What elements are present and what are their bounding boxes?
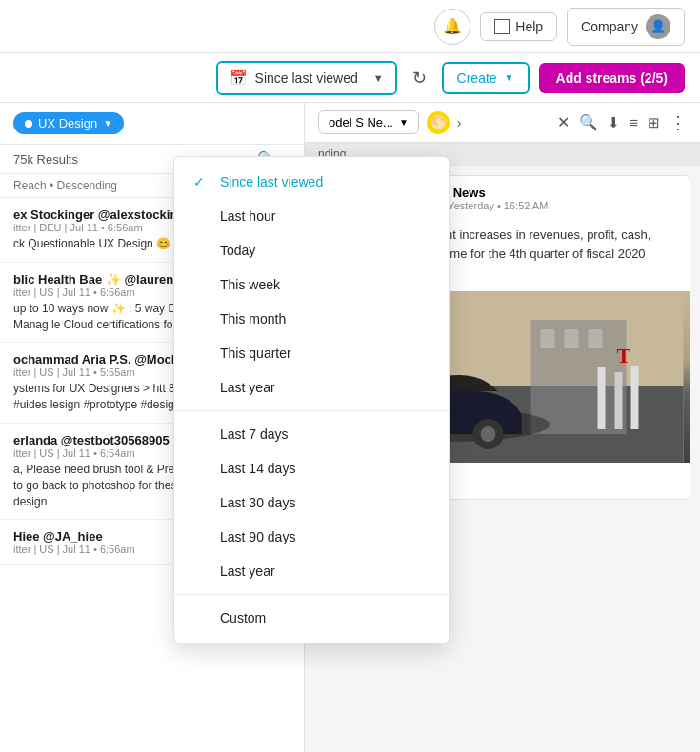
sort-label: Reach • Descending xyxy=(13,179,117,192)
dropdown-item-last-90-days[interactable]: Last 90 days xyxy=(174,520,449,554)
square-icon xyxy=(494,19,510,34)
time-filter-dropdown: ✓ Since last viewed Last hour Today This… xyxy=(173,156,450,643)
create-chevron-icon: ▼ xyxy=(505,72,514,83)
stream-name-chevron: ▼ xyxy=(399,117,409,128)
chevron-down-icon: ▼ xyxy=(373,72,384,84)
dropdown-item-label: Last year xyxy=(220,564,275,579)
dropdown-item-label: Today xyxy=(220,243,255,258)
bell-button[interactable]: 🔔 xyxy=(434,9,470,45)
right-expand-icon[interactable]: › xyxy=(457,115,462,130)
svg-rect-5 xyxy=(589,329,603,348)
help-button[interactable]: Help xyxy=(480,12,557,41)
stream-tag-chevron: ▼ xyxy=(103,118,112,129)
dropdown-divider-2 xyxy=(174,594,449,595)
dropdown-item-last-14-days[interactable]: Last 14 days xyxy=(174,451,449,485)
dropdown-item-label: Last year xyxy=(220,380,275,395)
more-icon[interactable]: ⋮ xyxy=(670,112,687,133)
close-icon[interactable]: ✕ xyxy=(557,113,570,131)
right-header-icons: ✕ 🔍 ⬇ ≡ ⊞ ⋮ xyxy=(557,112,687,133)
refresh-button[interactable]: ↻ xyxy=(407,62,432,94)
content-area: UX Design ▼ 75k Results 🔍 ⫶ Reach • Desc… xyxy=(0,103,700,752)
results-count: 75k Results xyxy=(13,152,78,167)
check-icon: ✓ xyxy=(193,174,209,189)
svg-rect-11 xyxy=(598,367,606,429)
svg-rect-12 xyxy=(615,372,623,429)
refresh-icon: ↻ xyxy=(412,69,427,88)
stream-tag-label: UX Design xyxy=(38,116,97,130)
create-button[interactable]: Create ▼ xyxy=(442,62,530,94)
person-icon: 👤 xyxy=(650,19,666,33)
stream-tag-ux-design[interactable]: UX Design ▼ xyxy=(13,112,124,134)
dropdown-divider xyxy=(174,410,449,411)
dropdown-item-last-hour[interactable]: Last hour xyxy=(174,199,449,233)
bell-icon: 🔔 xyxy=(443,17,462,35)
dropdown-item-label: Last 90 days xyxy=(220,529,295,544)
add-streams-label: Add streams (2/5) xyxy=(556,70,668,86)
dropdown-item-label: This quarter xyxy=(220,346,291,361)
dropdown-item-label: This week xyxy=(220,277,280,292)
dropdown-item-label: Last 30 days xyxy=(220,495,295,510)
top-bar: 🔔 Help Company 👤 xyxy=(0,0,700,53)
dropdown-item-since-last-viewed[interactable]: ✓ Since last viewed xyxy=(174,165,449,199)
filter-icon[interactable]: ≡ xyxy=(630,114,638,130)
dropdown-item-today[interactable]: Today xyxy=(174,233,449,267)
toolbar: 📅 Since last viewed ▼ ↻ Create ▼ Add str… xyxy=(0,53,700,103)
dropdown-item-label: Last 7 days xyxy=(220,426,289,442)
dropdown-item-this-week[interactable]: This week xyxy=(174,267,449,302)
dropdown-item-label: Last hour xyxy=(220,208,275,224)
emoji-avatar: 🌕 xyxy=(427,111,450,134)
since-last-viewed-button[interactable]: 📅 Since last viewed ▼ xyxy=(216,61,397,95)
dropdown-item-label: Since last viewed xyxy=(220,174,323,189)
dropdown-item-label: Last 14 days xyxy=(220,461,295,476)
left-panel-header: UX Design ▼ xyxy=(0,103,304,145)
dropdown-item-label: This month xyxy=(220,311,286,327)
right-search-icon[interactable]: 🔍 xyxy=(579,113,598,131)
dropdown-item-this-month[interactable]: This month xyxy=(174,302,449,336)
since-last-viewed-label: Since last viewed xyxy=(255,70,358,86)
svg-rect-3 xyxy=(541,329,555,348)
stream-dot xyxy=(25,120,32,128)
dropdown-item-this-quarter[interactable]: This quarter xyxy=(174,336,449,370)
stream-name-label: odel S Ne... xyxy=(329,115,393,129)
grid-icon[interactable]: ⊞ xyxy=(648,114,660,131)
download-icon[interactable]: ⬇ xyxy=(608,114,620,131)
dropdown-item-last-year-1[interactable]: Last year xyxy=(174,370,449,405)
avatar: 👤 xyxy=(646,14,670,39)
company-label: Company xyxy=(581,19,638,34)
add-streams-button[interactable]: Add streams (2/5) xyxy=(539,63,685,93)
svg-point-10 xyxy=(481,426,496,442)
calendar-icon: 📅 xyxy=(230,69,248,87)
dropdown-item-custom[interactable]: Custom xyxy=(174,601,449,635)
stream-name-tag[interactable]: odel S Ne... ▼ xyxy=(318,110,419,134)
company-button[interactable]: Company 👤 xyxy=(567,8,685,46)
create-label: Create xyxy=(457,70,497,86)
dropdown-item-label: Custom xyxy=(220,610,266,625)
help-label: Help xyxy=(515,19,543,34)
dropdown-item-last-30-days[interactable]: Last 30 days xyxy=(174,485,449,520)
svg-rect-13 xyxy=(631,366,639,429)
svg-rect-4 xyxy=(565,329,579,348)
dropdown-item-last-7-days[interactable]: Last 7 days xyxy=(174,417,449,451)
svg-text:T: T xyxy=(617,344,631,367)
right-panel-header: odel S Ne... ▼ 🌕 › ✕ 🔍 ⬇ ≡ ⊞ ⋮ xyxy=(305,103,700,143)
dropdown-item-last-year-2[interactable]: Last year xyxy=(174,554,449,588)
